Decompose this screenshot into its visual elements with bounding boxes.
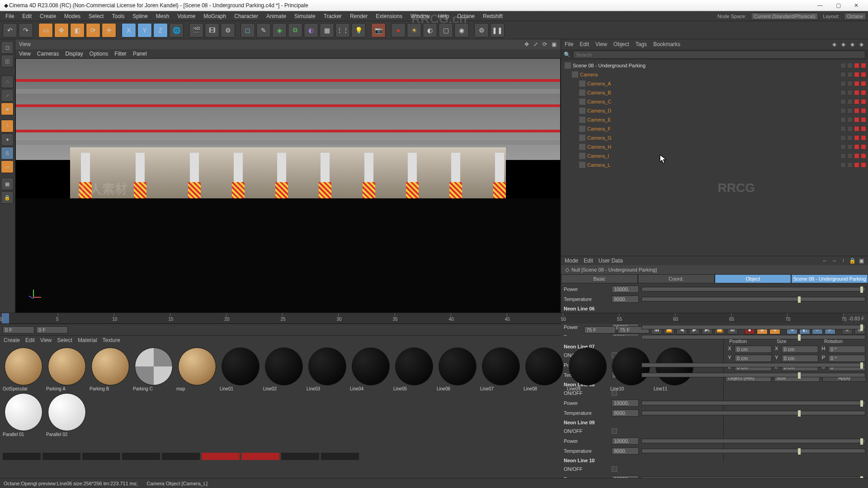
polygon-mode[interactable]: ▰	[1, 103, 14, 115]
render-view-button[interactable]: 🎬	[189, 23, 203, 38]
menu-help[interactable]: Help	[434, 12, 453, 20]
material-item[interactable]: Line09	[567, 347, 609, 391]
material-item[interactable]: Line06	[437, 347, 478, 391]
tree-item[interactable]: Camera_B	[587, 90, 611, 95]
material-item[interactable]: OctSpecular	[3, 347, 44, 391]
material-item[interactable]: Parking B	[90, 347, 131, 391]
tag-icon[interactable]	[847, 81, 853, 86]
tag-icon[interactable]	[854, 108, 859, 113]
tag-icon[interactable]	[840, 63, 846, 68]
model-mode[interactable]: ◻	[1, 41, 14, 54]
tree-item[interactable]: Scene 08 - Underground Parking	[573, 63, 646, 68]
mat-menu-select[interactable]: Select	[57, 337, 72, 343]
material-item[interactable]: map	[176, 347, 218, 391]
up-icon[interactable]: ↑	[840, 258, 846, 264]
tag-icon[interactable]	[840, 144, 846, 150]
redo-button[interactable]: ↷	[19, 23, 33, 38]
tag-icon[interactable]	[847, 162, 853, 168]
tag-icon[interactable]	[861, 162, 866, 168]
menu-simulate[interactable]: Simulate	[291, 12, 319, 20]
tag-icon[interactable]	[847, 90, 853, 95]
octane-live-button[interactable]: ●	[391, 23, 406, 38]
snap-mode[interactable]: S	[1, 147, 14, 160]
tag-icon[interactable]	[861, 135, 866, 141]
layer-icon[interactable]: ◈	[858, 41, 864, 47]
range-end[interactable]: 75 F	[584, 326, 616, 333]
menu-volume[interactable]: Volume	[174, 12, 199, 20]
tag-icon[interactable]	[840, 135, 846, 141]
prop-value[interactable]: 8000.	[612, 296, 639, 303]
menu-mesh[interactable]: Mesh	[152, 12, 173, 20]
attr-tab[interactable]: Scene 08 - Underground Parking	[791, 274, 868, 283]
tag-icon[interactable]	[847, 153, 853, 159]
workplane-mode[interactable]: ▱	[1, 160, 14, 173]
attr-tab[interactable]: Coord.	[638, 274, 715, 283]
minimize-button[interactable]: —	[811, 1, 829, 10]
coord-value[interactable]: 0 cm	[782, 355, 819, 362]
pen-tool[interactable]: ✎	[256, 23, 271, 38]
octane-tex-button[interactable]: ▢	[439, 23, 453, 38]
menu-window[interactable]: Window	[407, 12, 434, 20]
cube-primitive[interactable]: ◻	[241, 23, 255, 38]
tweak-mode[interactable]: ✦	[1, 133, 14, 146]
y-axis-lock[interactable]: Y	[137, 23, 152, 38]
material-item[interactable]: Parallel 01	[3, 393, 44, 437]
tag-icon[interactable]	[840, 108, 846, 113]
tag-icon[interactable]	[854, 63, 859, 68]
tag-icon[interactable]	[861, 99, 866, 104]
locked-mode[interactable]: 🔒	[1, 191, 14, 204]
tree-item[interactable]: Camera_E	[587, 117, 611, 122]
deformer-button[interactable]: ◐	[304, 23, 318, 38]
viewmenu-panel[interactable]: Panel	[133, 51, 147, 57]
tag-icon[interactable]	[840, 153, 846, 159]
fwd-icon[interactable]: →	[831, 258, 837, 264]
current-frame[interactable]: 0 F	[36, 326, 68, 333]
om-menu-bookmarks[interactable]: Bookmarks	[653, 41, 680, 47]
tree-item[interactable]: Camera_F	[587, 126, 611, 131]
tag-icon[interactable]	[854, 162, 859, 168]
filter-icon[interactable]: ◈	[849, 41, 855, 47]
maximize-button[interactable]: ▢	[829, 1, 847, 10]
menu-redshift[interactable]: Redshift	[479, 12, 506, 20]
x-axis-lock[interactable]: X	[122, 23, 136, 38]
select-tool[interactable]: ▭	[38, 23, 53, 38]
menu-modes[interactable]: Modes	[61, 12, 84, 20]
render-settings-button[interactable]: ⚙	[221, 23, 235, 38]
tree-item[interactable]: Camera_I	[587, 153, 609, 159]
tree-item[interactable]: Camera_C	[587, 99, 611, 104]
tag-icon[interactable]	[840, 72, 846, 77]
tag-icon[interactable]	[861, 90, 866, 95]
viewport-solo[interactable]: ▦	[1, 178, 14, 190]
prop-slider[interactable]	[642, 287, 865, 291]
menu-edit[interactable]: Edit	[19, 12, 35, 20]
tag-icon[interactable]	[840, 90, 846, 95]
tag-icon[interactable]	[854, 153, 859, 159]
attr-tab[interactable]: Object	[715, 274, 792, 283]
tag-icon[interactable]	[861, 81, 866, 86]
tag-icon[interactable]	[854, 117, 859, 122]
axis-mode[interactable]: └	[1, 120, 14, 132]
tag-icon[interactable]	[840, 117, 846, 122]
material-item[interactable]: Line05	[393, 347, 435, 391]
prop-value[interactable]: 10000.	[612, 286, 639, 293]
coord-value[interactable]: 0 cm	[735, 355, 772, 362]
octane-mat-button[interactable]: ◉	[454, 23, 469, 38]
tree-item[interactable]: Camera_L	[587, 162, 610, 168]
om-menu-file[interactable]: File	[565, 41, 573, 47]
tree-item[interactable]: Camera	[580, 72, 598, 77]
viewmenu-display[interactable]: Display	[65, 51, 83, 57]
material-item[interactable]: Line11	[654, 347, 695, 391]
attr-tab[interactable]: Basic	[561, 274, 638, 283]
tag-icon[interactable]	[861, 126, 866, 131]
material-item[interactable]: Line01	[220, 347, 261, 391]
material-item[interactable]: Line04	[350, 347, 392, 391]
pause-button[interactable]: ❚❚	[490, 23, 505, 38]
am-menu-edit[interactable]: Edit	[584, 258, 593, 264]
field-button[interactable]: ▦	[320, 23, 334, 38]
instance-button[interactable]: ⧉	[288, 23, 302, 38]
move-tool[interactable]: ✥	[54, 23, 69, 38]
world-axis[interactable]: 🌐	[169, 23, 184, 38]
eye-icon[interactable]: ◈	[840, 41, 846, 47]
tag-icon[interactable]	[854, 126, 859, 131]
menu-animate[interactable]: Animate	[263, 12, 290, 20]
